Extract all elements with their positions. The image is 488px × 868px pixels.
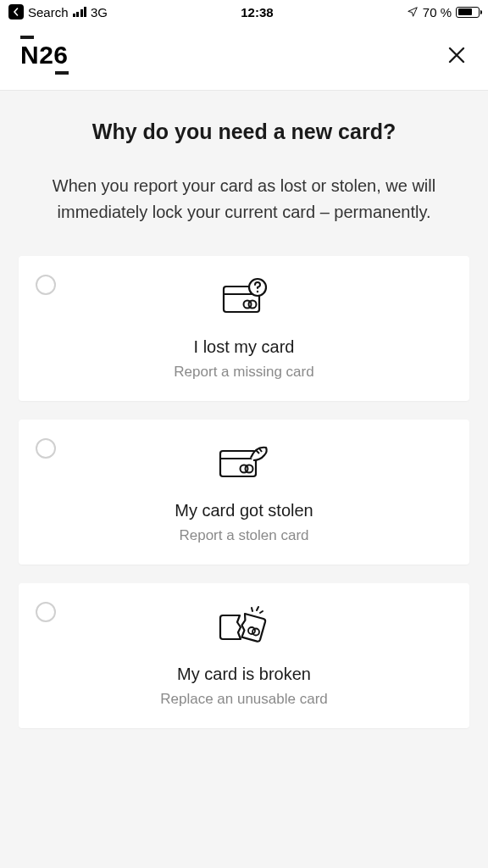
- radio-input[interactable]: [36, 438, 56, 459]
- option-title: My card got stolen: [36, 501, 452, 520]
- back-to-search-icon[interactable]: [8, 4, 24, 19]
- option-subtitle: Report a missing card: [36, 364, 452, 381]
- card-stolen-icon: [36, 438, 452, 484]
- option-title: My card is broken: [36, 665, 452, 684]
- status-time: 12:38: [241, 5, 273, 19]
- search-label[interactable]: Search: [28, 5, 69, 19]
- card-broken-icon: [36, 602, 452, 648]
- option-lost-card[interactable]: I lost my card Report a missing card: [19, 256, 469, 401]
- app-header: N26: [0, 24, 488, 91]
- status-bar: Search 3G 12:38 70 %: [0, 0, 488, 24]
- radio-input[interactable]: [36, 602, 56, 622]
- content: Why do you need a new card? When you rep…: [0, 91, 488, 765]
- signal-icon: [73, 7, 87, 17]
- battery-percent: 70 %: [423, 5, 452, 19]
- svg-point-9: [246, 465, 253, 473]
- option-subtitle: Replace an unusable card: [36, 691, 452, 708]
- option-subtitle: Report a stolen card: [36, 527, 452, 544]
- logo[interactable]: N26: [20, 41, 69, 70]
- battery-icon: [456, 7, 480, 18]
- status-right: 70 %: [407, 5, 480, 19]
- close-icon: [447, 46, 466, 64]
- network-type: 3G: [91, 5, 108, 19]
- svg-point-5: [257, 291, 258, 292]
- option-stolen-card[interactable]: My card got stolen Report a stolen card: [19, 420, 469, 565]
- location-icon: [407, 6, 419, 18]
- radio-input[interactable]: [36, 275, 56, 295]
- option-title: I lost my card: [36, 337, 452, 357]
- page-title: Why do you need a new card?: [19, 120, 469, 144]
- close-button[interactable]: [446, 44, 468, 66]
- svg-point-3: [249, 301, 257, 309]
- option-broken-card[interactable]: My card is broken Replace an unusable ca…: [19, 583, 469, 728]
- status-left: Search 3G: [8, 4, 108, 19]
- card-lost-icon: [36, 275, 452, 320]
- page-subtitle: When you report your card as lost or sto…: [19, 173, 469, 225]
